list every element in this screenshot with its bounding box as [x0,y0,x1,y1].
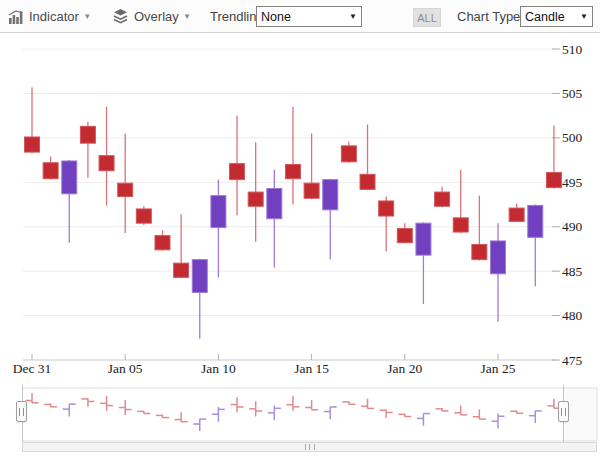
chevron-down-icon: ▾ [185,11,190,21]
y-axis-label: 510 [562,42,583,57]
chart-type-select-value: Candle [525,10,565,24]
x-axis-label: Jan 10 [201,361,236,376]
x-axis-label: Jan 25 [481,361,516,376]
candlestick-chart[interactable]: 475480485490495500505510Dec 31Jan 05Jan … [0,33,600,385]
toolbar: Indicator ▾ Overlay ▾ Trendline None ▼ A… [0,0,600,33]
chart-navigator [0,385,600,462]
candle-body[interactable] [304,183,319,198]
dropdown-arrow-icon: ▼ [580,12,588,21]
candle-body[interactable] [379,201,394,216]
candle-body[interactable] [341,146,356,162]
y-axis-label: 505 [562,86,583,101]
candle-body[interactable] [80,126,95,143]
candle-body[interactable] [99,156,114,171]
indicator-chart-icon [8,9,24,24]
candle-body[interactable] [136,209,151,223]
trendline-select-value: None [261,10,291,24]
chart-type-label: Chart Type [457,0,520,32]
candle-body[interactable] [509,208,524,221]
candle-body[interactable] [174,263,189,277]
candle-body[interactable] [453,218,468,232]
candle-body[interactable] [211,196,226,228]
candle-body[interactable] [323,180,338,210]
x-axis-label: Jan 05 [108,361,143,376]
candle-body[interactable] [546,173,561,188]
handle-grip-icon [19,408,24,416]
trendline-select[interactable]: None ▼ [256,6,362,27]
x-axis-label: Dec 31 [13,361,52,376]
overlay-button-label: Overlay [134,9,179,24]
candle-body[interactable] [285,165,300,179]
candle-body[interactable] [43,163,58,179]
candle-body[interactable] [435,192,450,206]
dropdown-arrow-icon: ▼ [349,12,357,21]
y-axis-label: 485 [562,264,583,279]
navigator-right-handle[interactable] [558,401,569,422]
candle-body[interactable] [360,174,375,189]
y-axis-label: 495 [562,175,583,190]
overlay-button[interactable]: Overlay ▾ [112,0,189,32]
candle-body[interactable] [118,183,133,196]
candle-body[interactable] [248,192,263,206]
candle-body[interactable] [62,161,77,194]
scrollbar-grip[interactable] [305,444,315,450]
y-axis-label: 475 [562,353,583,368]
candle-body[interactable] [472,244,487,259]
candle-body[interactable] [192,260,207,293]
candle-body[interactable] [397,228,412,242]
chart-type-select[interactable]: Candle ▼ [520,6,593,27]
y-axis-label: 500 [562,130,583,145]
candle-body[interactable] [491,241,506,274]
navigator-scrollbar[interactable] [22,442,597,452]
y-axis-label: 490 [562,219,583,234]
x-axis-label: Jan 20 [387,361,422,376]
all-range-button[interactable]: ALL [413,8,441,27]
indicator-button-label: Indicator [29,9,79,24]
x-axis-label: Jan 15 [294,361,329,376]
navigator-left-handle[interactable] [16,401,27,422]
chevron-down-icon: ▾ [85,11,90,21]
candle-body[interactable] [267,189,282,219]
y-axis-label: 480 [562,308,583,323]
layers-icon [112,8,129,24]
indicator-button[interactable]: Indicator ▾ [8,0,89,32]
candle-body[interactable] [155,236,170,250]
candle-body[interactable] [528,205,543,237]
candle-body[interactable] [230,164,245,180]
handle-grip-icon [561,408,566,416]
candle-body[interactable] [25,137,40,152]
candle-body[interactable] [416,223,431,255]
